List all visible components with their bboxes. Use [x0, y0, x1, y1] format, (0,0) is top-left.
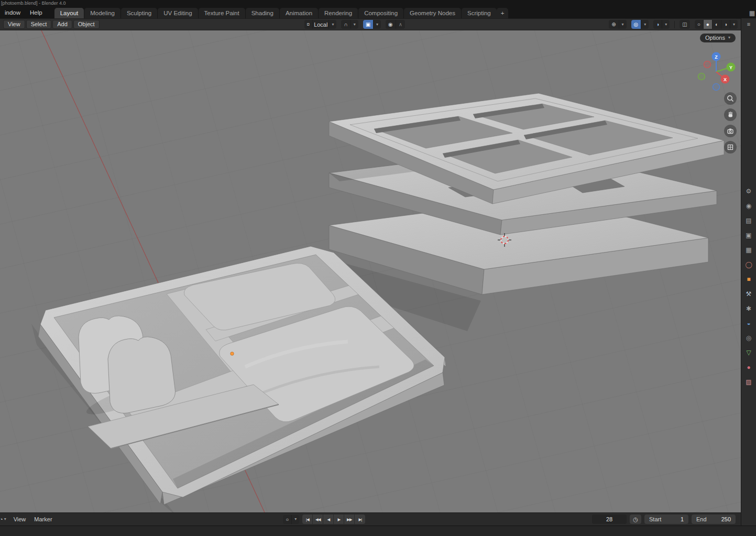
workspace-tab-rendering[interactable]: Rendering — [319, 8, 358, 18]
end-frame-field[interactable]: End 250 — [692, 515, 736, 524]
properties-tabs: ⚙◉▤▣▦◯■⚒✱◒◎▽●▨ — [741, 184, 756, 389]
axis-minus-x[interactable] — [704, 61, 711, 68]
falloff-icon: ∧ — [399, 21, 402, 27]
shading-material-button[interactable]: ◐ — [712, 20, 721, 29]
timeline-menu-marker[interactable]: Marker — [30, 515, 56, 524]
viewport-menu-select[interactable]: Select — [26, 20, 52, 29]
viewport-canvas: Z Y X — [0, 30, 741, 512]
workspace-tab-animation[interactable]: Animation — [280, 8, 318, 18]
chevron-down-icon: ▾ — [354, 23, 356, 27]
menu-window[interactable]: indow — [0, 7, 25, 18]
overlays-dropdown[interactable]: ▾ — [641, 20, 649, 29]
overlays-icon: ◎ — [634, 21, 639, 27]
chevron-down-icon: ▾ — [733, 23, 735, 27]
snap-target-icon: ▣ — [366, 21, 370, 27]
jump-to-start-button[interactable]: |◀ — [302, 515, 313, 524]
workspace-tab-texture-paint[interactable]: Texture Paint — [199, 8, 245, 18]
properties-tab-world[interactable]: ◯ — [741, 257, 756, 272]
3d-viewport[interactable]: Z Y X Options ▾ — [0, 30, 741, 512]
properties-tab-output[interactable]: ▤ — [741, 213, 756, 228]
workspace-tab-geometry-nodes[interactable]: Geometry Nodes — [404, 8, 461, 18]
scene-icon[interactable]: ▦ — [749, 9, 755, 17]
properties-tab-object[interactable]: ■ — [741, 272, 756, 287]
workspace-tab-layout[interactable]: Layout — [54, 8, 84, 18]
properties-tab-view-layer[interactable]: ▣ — [741, 228, 756, 243]
properties-tab-material[interactable]: ● — [741, 360, 756, 375]
record-icon: ○ — [286, 517, 289, 522]
snap-target-toggle[interactable]: ▣ — [363, 20, 373, 29]
show-gizmos-toggle[interactable]: ⊕ — [609, 20, 618, 29]
play-button[interactable]: ▶ — [334, 515, 344, 524]
properties-tab-texture[interactable]: ▨ — [741, 375, 756, 389]
show-gizmos-control: ⊕ ▾ — [609, 20, 626, 29]
snap-magnet-toggle[interactable]: ∩ — [341, 20, 350, 29]
axis-minus-y[interactable] — [698, 73, 705, 80]
next-keyframe-button[interactable]: ▶▶ — [344, 515, 355, 524]
workspace-tab-modeling[interactable]: Modeling — [84, 8, 120, 18]
viewport-header: ViewSelectAddObject ¤ Local ▾ ∩ ▾ ▣ ▾ ◉ — [0, 18, 741, 30]
proportional-editing-toggle[interactable]: ◉ — [386, 20, 396, 29]
properties-tab-physics[interactable]: ◒ — [741, 316, 756, 331]
properties-tab-modifiers[interactable]: ⚒ — [741, 287, 756, 301]
workspace-tab-compositing[interactable]: Compositing — [358, 8, 403, 18]
start-frame-field[interactable]: Start 1 — [644, 515, 688, 524]
workspace-tab-sculpting[interactable]: Sculpting — [121, 8, 157, 18]
viewport-shading-dropdown[interactable]: ▾ — [662, 20, 670, 29]
properties-tab-render[interactable]: ◉ — [741, 199, 756, 213]
snap-options-dropdown[interactable]: ▾ — [350, 20, 358, 29]
camera-icon — [726, 127, 735, 135]
proportional-editing-control: ◉ ∧ — [386, 20, 405, 29]
transform-orientation-dropdown[interactable]: ¤ Local ▾ — [304, 20, 337, 29]
end-label: End — [696, 516, 707, 522]
properties-tab-scene[interactable]: ▦ — [741, 243, 756, 257]
object-origin-dot — [231, 352, 234, 355]
camera-view-button[interactable] — [724, 125, 737, 137]
chevron-down-icon: ▾ — [294, 517, 297, 521]
properties-editor-icon[interactable]: ≡ — [747, 21, 750, 29]
solid-icon: ● — [706, 21, 709, 27]
jump-to-end-button[interactable]: ▶| — [355, 515, 365, 524]
shading-options-dropdown[interactable]: ▾ — [730, 20, 738, 29]
show-overlays-toggle[interactable]: ◎ — [631, 20, 641, 29]
viewport-menu-add[interactable]: Add — [52, 20, 72, 29]
divider — [674, 21, 675, 28]
properties-tab-constraints[interactable]: ◎ — [741, 331, 756, 345]
current-frame-field[interactable]: 28 — [592, 515, 627, 524]
previous-keyframe-button[interactable]: ◀◀ — [313, 515, 323, 524]
snap-target-dropdown[interactable]: ▾ — [373, 20, 381, 29]
properties-tab-tool[interactable]: ⚙ — [741, 184, 756, 199]
shading-wireframe-button[interactable]: ○ — [695, 20, 703, 29]
pan-button[interactable] — [724, 108, 737, 121]
toggle-perspective-button[interactable] — [724, 141, 737, 154]
viewport-shading-sphere[interactable]: ◑ — [653, 20, 662, 29]
properties-tab-particles[interactable]: ✱ — [741, 301, 756, 316]
snap-target-control: ▣ ▾ — [363, 20, 381, 29]
viewport-menu-object[interactable]: Object — [73, 20, 100, 29]
viewport-menu-view[interactable]: View — [3, 20, 25, 29]
options-dropdown[interactable]: Options ▾ — [700, 34, 736, 42]
workspace-tab-uv-editing[interactable]: UV Editing — [158, 8, 198, 18]
use-preview-range-button[interactable]: ◷ — [630, 515, 641, 524]
auto-keying-toggle[interactable]: ○ — [283, 515, 291, 524]
magnet-icon: ∩ — [344, 21, 347, 27]
shading-rendered-button[interactable]: ◑ — [721, 20, 730, 29]
toggle-xray-button[interactable]: ◫ — [680, 20, 689, 29]
timeline-editor-type-button[interactable]: ◔ ▾ — [0, 516, 6, 522]
workspace-tab-scripting[interactable]: Scripting — [462, 8, 497, 18]
menu-help[interactable]: Help — [25, 7, 47, 18]
properties-panel: ≡ ⚙◉▤▣▦◯■⚒✱◒◎▽●▨ — [741, 18, 756, 526]
axis-z-label: Z — [715, 54, 718, 60]
shading-modes: ○ ● ◐ ◑ ▾ — [695, 20, 738, 29]
add-workspace-button[interactable]: + — [497, 8, 509, 18]
zoom-button[interactable] — [724, 92, 737, 105]
axis-minus-z[interactable] — [713, 84, 720, 91]
shading-solid-button[interactable]: ● — [703, 20, 712, 29]
proportional-falloff-dropdown[interactable]: ∧ — [396, 20, 405, 29]
play-reverse-button[interactable]: ◀ — [323, 515, 334, 524]
workspace-tab-shading[interactable]: Shading — [246, 8, 279, 18]
window-title: [photoemb.blend] - Blender 4.0 — [0, 0, 756, 7]
gizmos-dropdown[interactable]: ▾ — [619, 20, 627, 29]
autokey-dropdown[interactable]: ▾ — [291, 515, 299, 524]
timeline-menu-view[interactable]: View — [9, 515, 30, 524]
properties-tab-object-data[interactable]: ▽ — [741, 345, 756, 360]
